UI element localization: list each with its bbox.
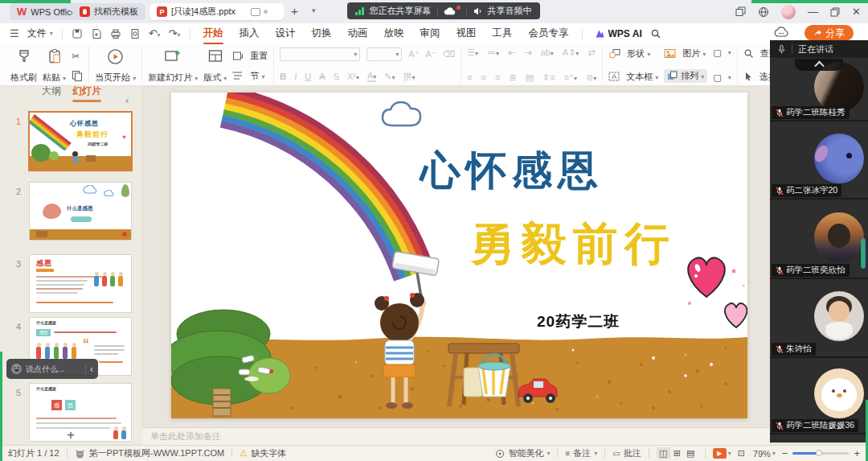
switch-window-icon[interactable] — [735, 6, 746, 17]
share-button[interactable]: 分享 — [805, 25, 854, 41]
slide-thumbnail-5[interactable]: 什么是感恩 感 恩 — [30, 384, 131, 441]
emoji-icon[interactable] — [11, 364, 22, 374]
slideshow-play-button[interactable]: ▶ — [713, 448, 727, 459]
ribbon-tab-home[interactable]: 开始 — [196, 25, 231, 42]
ribbon-tab-view[interactable]: 视图 — [449, 25, 484, 42]
participant-tile[interactable]: 药学二班奕欣怡 — [770, 200, 868, 279]
justify-icon[interactable]: ≣ — [509, 72, 516, 83]
ribbon-tab-review[interactable]: 审阅 — [413, 25, 448, 42]
clear-format-icon[interactable]: ⌫ — [443, 49, 456, 60]
panel-collapse-icon[interactable]: ‹ — [125, 94, 129, 106]
increase-font-icon[interactable]: A⁺ — [408, 49, 419, 60]
hamburger-icon[interactable]: ☰ — [6, 27, 23, 39]
cut-icon[interactable]: ✂ — [72, 51, 83, 62]
font-family-select[interactable]: ▾ — [280, 47, 360, 61]
new-slide-button[interactable]: 新建幻灯片 ▾ — [148, 47, 198, 84]
participant-tile[interactable]: 朱诗怡 — [770, 279, 868, 358]
participant-tile[interactable]: 药学二班陈桂秀 — [770, 59, 868, 121]
slide-canvas[interactable]: 心怀感恩 勇毅前行 20药学二班 — [171, 93, 747, 418]
ribbon-tab-insert[interactable]: 插入 — [232, 25, 267, 42]
slide-thumbnail-2[interactable]: 什么是感恩 — [30, 183, 131, 240]
file-menu[interactable]: 文件▾ — [24, 27, 56, 40]
save-icon[interactable] — [68, 28, 86, 39]
phonetic-guide-icon[interactable]: 拼▾ — [403, 71, 416, 83]
ribbon-tab-tools[interactable]: 工具 — [485, 25, 520, 42]
slide-subtitle[interactable]: 20药学二班 — [537, 311, 620, 332]
comments-button[interactable]: ▭ 批注 — [612, 447, 641, 459]
export-icon[interactable] — [88, 28, 105, 39]
decrease-indent-icon[interactable]: ⇤ — [508, 47, 515, 58]
zoom-slider[interactable] — [792, 452, 849, 455]
search-icon[interactable] — [650, 28, 661, 39]
print-preview-icon[interactable] — [126, 28, 144, 39]
picture-button[interactable]: 图片 ▾ — [664, 47, 707, 60]
bullet-list-icon[interactable]: ☰▾ — [467, 47, 478, 58]
beautify-button[interactable]: 智能美化▾ — [495, 447, 550, 459]
zoom-level[interactable]: 79% — [753, 449, 771, 459]
ribbon-tab-transition[interactable]: 切换 — [305, 25, 339, 42]
convert-smartart-icon[interactable]: ⇄ — [588, 47, 595, 58]
ribbon-tab-design[interactable]: 设计 — [268, 25, 303, 42]
minimize-button[interactable]: — — [808, 6, 818, 18]
slide-title-line1[interactable]: 心怀感恩 — [420, 144, 604, 198]
decrease-font-icon[interactable]: A⁻ — [425, 49, 436, 60]
normal-view-button[interactable]: ◫ — [657, 447, 670, 459]
participant-tile-partial[interactable] — [770, 434, 868, 442]
tab-list-chevron-icon[interactable]: ▾ — [312, 6, 316, 14]
cloud-sync-icon[interactable] — [774, 26, 788, 38]
slide-title-line2[interactable]: 勇毅前行 — [470, 214, 676, 275]
bold-icon[interactable]: B — [280, 72, 286, 81]
slide-thumbnail-1[interactable]: 心怀感恩 勇毅前行 20药学二班 ♥ — [30, 113, 131, 170]
ribbon-tab-slideshow[interactable]: 放映 — [377, 25, 411, 42]
tab-document[interactable]: P [只读]4感恩.pptx — [149, 3, 285, 20]
notes-toggle-button[interactable]: ≡ 备注▾ — [565, 447, 597, 459]
slide-layout-button[interactable]: 版式 ▾ — [203, 47, 227, 84]
font-size-select[interactable]: ▾ — [366, 47, 402, 61]
strikethrough-icon[interactable]: A — [319, 72, 325, 81]
section-button[interactable]: 节 ▾ — [232, 70, 268, 82]
format-painter-button[interactable]: 格式刷 — [10, 47, 37, 84]
new-tab-button[interactable]: + — [291, 4, 298, 18]
reset-slide-button[interactable]: 重置 — [232, 50, 268, 62]
highlight-icon[interactable]: ✎▾ — [384, 72, 395, 82]
increase-indent-icon[interactable]: ⇥ — [524, 47, 531, 58]
numbered-list-icon[interactable]: ≔▾ — [487, 47, 499, 58]
align-right-icon[interactable]: ≡ — [495, 72, 500, 82]
meeting-chat-quickbox[interactable]: 说点什么... ‹ — [6, 359, 98, 379]
copy-icon[interactable] — [72, 70, 83, 81]
globe-icon[interactable] — [758, 6, 769, 18]
paste-button[interactable]: 粘贴 ▾ — [43, 47, 66, 84]
account-avatar[interactable] — [781, 5, 796, 19]
shadow-icon[interactable]: S — [334, 72, 339, 81]
align-left-icon[interactable]: ≡ — [467, 72, 472, 82]
textbox-button[interactable]: A 文本框 ▾ — [608, 71, 658, 83]
add-slide-button[interactable]: + — [67, 427, 75, 443]
template-credit[interactable]: 第一PPT模板网-WWW.1PPT.COM — [89, 447, 225, 459]
cloud-record-icon[interactable] — [444, 6, 456, 15]
fit-slide-button[interactable]: ⊡ — [735, 447, 748, 459]
zoom-out-button[interactable]: − — [782, 447, 788, 459]
shapes-button[interactable]: 形状 ▾ — [608, 47, 658, 60]
sidebar-collapse-pill[interactable] — [795, 59, 843, 71]
slide-sorter-view-button[interactable]: ⊞ — [670, 447, 684, 459]
zoom-in-button[interactable]: + — [854, 447, 860, 459]
ribbon-tab-animation[interactable]: 动画 — [341, 25, 375, 42]
print-icon[interactable] — [107, 28, 125, 39]
tab-docer-template[interactable]: 找稻壳模板 — [72, 3, 145, 20]
sidebar-scrollbar[interactable] — [861, 238, 866, 269]
missing-fonts-warning[interactable]: 缺失字体 — [251, 447, 286, 459]
superscript-icon[interactable]: X²▾ — [347, 72, 359, 81]
participant-tile[interactable]: 药二张冰宇20 — [770, 121, 868, 200]
align-text-icon[interactable]: ≡⁺▾ — [564, 72, 577, 83]
text-direction-icon[interactable]: ab▾ — [541, 47, 554, 57]
align-center-icon[interactable]: ≡ — [481, 72, 486, 82]
ribbon-tab-member[interactable]: 会员专享 — [522, 25, 576, 42]
tab-outline[interactable]: 大纲 — [42, 84, 61, 98]
wps-ai-button[interactable]: WPS AI — [588, 28, 649, 39]
reading-view-button[interactable]: ▤ — [684, 447, 698, 459]
participant-tile[interactable]: 药学二班陆媛媛36 — [770, 358, 868, 434]
notes-bar[interactable]: 单击此处添加备注 — [142, 427, 770, 445]
distribute-icon[interactable]: ▤ — [526, 72, 534, 83]
underline-icon[interactable]: U — [305, 72, 311, 81]
italic-icon[interactable]: I — [294, 72, 297, 81]
